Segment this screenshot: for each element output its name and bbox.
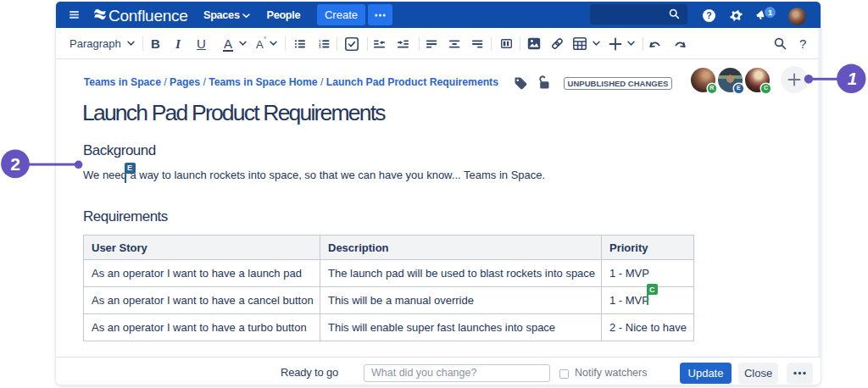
svg-text:2: 2	[10, 154, 20, 174]
svg-text:1: 1	[848, 69, 857, 88]
